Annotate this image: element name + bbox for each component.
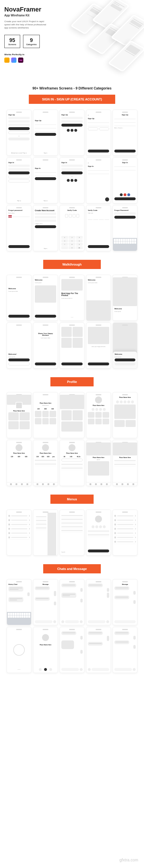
- mic-circle-icon: [13, 644, 25, 656]
- mockup-menu-2: [33, 509, 58, 556]
- mockup-gallery-1: [60, 322, 84, 369]
- send-icon: [80, 620, 83, 623]
- mockup-chat-3: [60, 579, 84, 625]
- sketch-icon: [4, 58, 9, 63]
- mockup-share-2: share your happy moments: [86, 322, 111, 369]
- mockup-verify-1: Verify Code1234567890⌫: [60, 205, 84, 251]
- mockup-chat-2: Message: [33, 579, 58, 625]
- mockup-welcome-1: WelcomeLorem ipsum dolor: [7, 275, 31, 321]
- mockup-chat-6: [60, 627, 84, 673]
- mockup-chat-8: [113, 627, 137, 673]
- mockup-profile-8: Place Name Here9614848.1k: [60, 440, 84, 486]
- figma-icon: [11, 58, 17, 63]
- mockup-signin-3: Sign Inor: [60, 157, 84, 204]
- brand-description: Create your next UI/UX Project in rapid …: [4, 20, 48, 30]
- chats-grid: History Chart Message Message ○ ○ ○ Plac…: [0, 579, 144, 682]
- mockup-welcome-5: Welcome!Lorem ipsum: [7, 322, 31, 369]
- mockup-profile-5: Place Name Here: [113, 392, 137, 438]
- mockup-share: Share Your Happy MomentLorem ipsum dolor: [33, 322, 58, 369]
- mockup-signin-2: Sign InSign up: [33, 157, 58, 204]
- section-header-profile: Profile: [50, 377, 94, 386]
- profile-grid: Place Name Here Place Name Here@username…: [0, 392, 144, 495]
- mockup-menu-3: Log out: [60, 509, 84, 556]
- mockup-menu-5: [113, 509, 137, 556]
- mockup-profile-3: [60, 392, 84, 438]
- mockup-signup-2: Sign UpSign in: [33, 110, 58, 156]
- mockup-signup-1: Sign UporAlready have account? Sign in: [7, 110, 31, 156]
- mockup-menu-1: [7, 509, 31, 556]
- flag-icon: [8, 215, 12, 217]
- menus-grid: Log out: [0, 509, 144, 564]
- mockup-chat-4: [86, 579, 111, 625]
- mockup-welcome-modal: WelcomeLorem ipsum: [113, 322, 137, 369]
- section-header-menus: Menus: [50, 495, 94, 504]
- mockup-bestapp: Best App For The PhotosLorem ipsum dolor…: [60, 275, 84, 321]
- mockup-chat-1: History Chart: [7, 579, 31, 625]
- main-title: 90+ Wireframes Screens - 9 Different Cat…: [0, 81, 144, 95]
- mockup-create-account: Create New Account☐ Agree termsSign in: [33, 205, 58, 251]
- xd-icon: [18, 58, 23, 63]
- mockup-signin-1: Sign InSign up: [7, 157, 31, 204]
- stat-label: Screens: [7, 43, 17, 45]
- tool-icons: [4, 58, 79, 63]
- send-icon: [53, 620, 56, 623]
- mockup-menu-4: [86, 509, 111, 556]
- mockup-profile-10: Place Name Here: [113, 440, 137, 486]
- stat-number: 95: [7, 37, 17, 43]
- mockup-voice-2: Place Name Here: [33, 627, 58, 673]
- section-header-chats: Chats and Message: [43, 564, 101, 574]
- stats-row: 95 Screens 9 Categories: [4, 35, 79, 48]
- stat-label: Categories: [26, 43, 36, 45]
- mockup-profile-1: Place Name Here: [7, 392, 31, 438]
- mockup-profile-4: Place Name Here: [86, 392, 111, 438]
- hero-phone-mockups: [78, 0, 144, 78]
- stat-number: 9: [26, 37, 36, 43]
- mockup-signup-5: Sign UpMale ○ Female ○: [113, 110, 137, 156]
- mockup-profile-9: Place Name Here@user: [86, 440, 111, 486]
- hero-section: NovaFramer App Wireframe Kit Create your…: [0, 0, 144, 81]
- mockup-welcome-4: WelcomeLorem ipsum: [113, 275, 137, 321]
- attach-icon: [61, 620, 64, 623]
- stat-screens: 95 Screens: [4, 35, 20, 48]
- mockup-forgot: Forgot passwordEnter phone: [7, 205, 31, 251]
- signin-grid: Sign UporAlready have account? Sign in S…: [0, 110, 144, 260]
- mockup-signin-4: ‹Sign In: [86, 157, 111, 204]
- mockup-welcome-2: WelcomeLorem ipsum: [33, 275, 58, 321]
- section-header-signin: SIGN IN - SIGN UP (CREATE ACCOUNT): [29, 95, 115, 104]
- mockup-profile-6: Place Name Here120820628: [7, 440, 31, 486]
- stat-categories: 9 Categories: [23, 35, 40, 48]
- walkthrough-grid: WelcomeLorem ipsum dolor WelcomeLorem ip…: [0, 275, 144, 377]
- brand-title: NovaFramer: [4, 6, 79, 13]
- mockup-verify-2: Verify CodeCode sent: [86, 205, 111, 251]
- brand-subtitle: App Wireframe Kit: [4, 14, 79, 17]
- mockup-forgot-pw: Forgot Password: [113, 205, 137, 251]
- mockup-chat-5: Message: [113, 579, 137, 625]
- mockup-voice-1: ○ ○ ○: [7, 627, 31, 673]
- mockup-signup-3: Sign Up: [60, 110, 84, 156]
- mockup-profile-7: Place Name Here120820628yes: [33, 440, 58, 486]
- section-header-walkthrough: Walkthrough: [43, 260, 101, 269]
- mockup-chat-7: [86, 627, 111, 673]
- mockup-signup-4: ‹Sign Up: [86, 110, 111, 156]
- mockup-welcome-3: WelcomeLorem ipsum dolor: [86, 275, 111, 321]
- mockup-signin-5: Sign In: [113, 157, 137, 204]
- mockup-profile-2: Place Name Here@username120820628: [33, 392, 58, 438]
- works-label: Works Perfectly in: [4, 53, 79, 56]
